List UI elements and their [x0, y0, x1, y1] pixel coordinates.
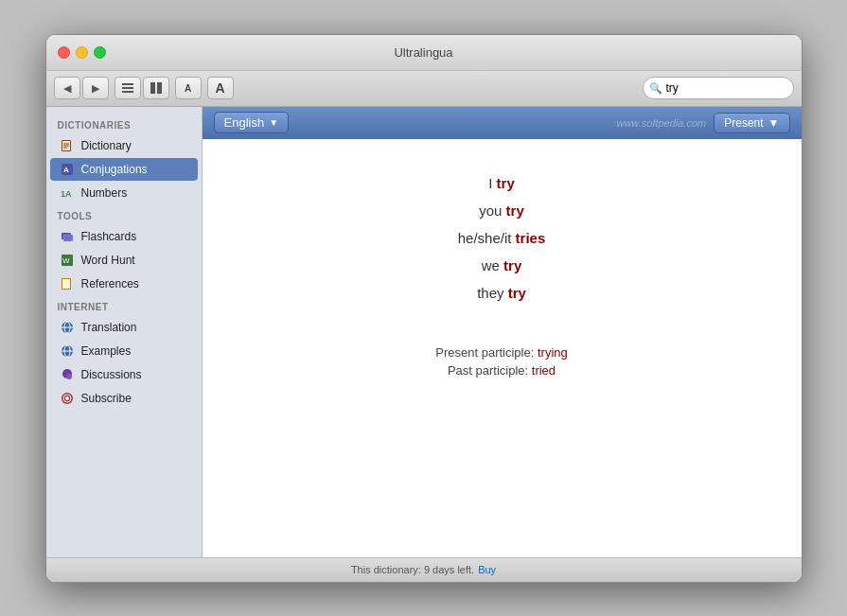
pronoun-hesheit: he/she/it — [458, 230, 516, 246]
verb-i: try — [497, 175, 515, 191]
verb-we: try — [503, 257, 521, 273]
sidebar-references-label: References — [81, 277, 139, 290]
present-participle-verb: trying — [538, 345, 568, 360]
language-chevron-icon: ▼ — [269, 117, 278, 128]
numbers-icon: 1A — [60, 185, 75, 201]
forward-button[interactable]: ▶ — [82, 77, 109, 99]
main-window: Ultralingua ◀ ▶ A A 🔍 ✕ DICTIONARIES — [45, 34, 803, 583]
sidebar-discussions-label: Discussions — [81, 368, 142, 381]
book-icon — [60, 138, 75, 153]
buy-link[interactable]: Buy — [478, 564, 496, 575]
svg-rect-4 — [157, 82, 162, 94]
conjugations-icon: A — [60, 162, 75, 177]
sidebar-item-conjugations[interactable]: A Conjugations — [50, 158, 198, 181]
sidebar-word-hunt-label: Word Hunt — [81, 254, 135, 267]
window-title: Ultralingua — [394, 45, 452, 60]
verb-hesheit: tries — [516, 230, 546, 246]
discussions-icon — [60, 367, 75, 382]
maximize-button[interactable] — [94, 46, 106, 59]
search-box: 🔍 ✕ — [643, 77, 794, 99]
tense-button[interactable]: Present ▼ — [714, 113, 789, 133]
sidebar-item-word-hunt[interactable]: W Word Hunt — [50, 249, 198, 272]
language-button[interactable]: English ▼ — [214, 112, 290, 133]
back-button[interactable]: ◀ — [54, 77, 80, 99]
watermark: www.softpedia.com — [616, 117, 706, 129]
sidebar-item-references[interactable]: References — [50, 273, 198, 295]
conjugation-row-we: we try — [458, 255, 546, 277]
verb-they: try — [508, 285, 526, 301]
sidebar-subscribe-label: Subscribe — [81, 392, 132, 405]
main-area: DICTIONARIES Dictionary A Conjugations 1… — [46, 107, 802, 557]
references-icon — [60, 276, 75, 291]
text-larger-button[interactable]: A — [207, 77, 234, 99]
participles-section: Present participle: trying Past particip… — [435, 342, 567, 381]
svg-rect-2 — [122, 91, 133, 93]
sidebar-conjugations-label: Conjugations — [81, 163, 148, 176]
conjugation-row-hesheit: he/she/it tries — [458, 227, 546, 250]
view-buttons — [115, 77, 169, 99]
examples-icon — [60, 343, 75, 359]
svg-point-26 — [66, 374, 72, 379]
present-participle-line: Present participle: trying — [435, 345, 567, 360]
sidebar-dictionary-label: Dictionary — [81, 139, 132, 152]
search-input[interactable] — [666, 81, 803, 95]
search-icon: 🔍 — [649, 82, 662, 95]
tools-header: TOOLS — [46, 205, 202, 224]
conjugation-row-i: I try — [458, 172, 546, 195]
text-smaller-button[interactable]: A — [175, 77, 202, 99]
dictionaries-header: DICTIONARIES — [46, 114, 202, 133]
svg-rect-14 — [63, 235, 73, 241]
pronoun-you: you — [479, 202, 505, 219]
sidebar-item-numbers[interactable]: 1A Numbers — [50, 182, 198, 204]
svg-text:1A: 1A — [61, 189, 72, 199]
verb-you: try — [506, 202, 524, 219]
conjugation-table: I try you try he/she/it tries we try — [458, 167, 546, 309]
sidebar-item-translation[interactable]: Translation — [50, 316, 198, 339]
content-body: I try you try he/she/it tries we try — [203, 139, 802, 557]
toolbar: ◀ ▶ A A 🔍 ✕ — [46, 71, 802, 107]
sidebar: DICTIONARIES Dictionary A Conjugations 1… — [46, 107, 203, 557]
minimize-button[interactable] — [76, 46, 88, 59]
svg-rect-0 — [122, 83, 133, 85]
svg-rect-18 — [62, 279, 70, 289]
conjugation-row-you: you try — [458, 200, 546, 222]
status-text: This dictionary: 9 days left. — [351, 564, 474, 575]
subscribe-icon — [60, 391, 75, 406]
title-bar: Ultralingua — [46, 35, 802, 71]
svg-point-29 — [65, 396, 69, 400]
past-participle-label: Past participle: — [448, 363, 532, 378]
internet-header: INTERNET — [46, 296, 202, 315]
sidebar-item-dictionary[interactable]: Dictionary — [50, 134, 198, 157]
sidebar-translation-label: Translation — [81, 321, 137, 334]
flashcards-icon — [60, 229, 75, 244]
svg-rect-3 — [150, 82, 155, 94]
sidebar-examples-label: Examples — [81, 344, 132, 358]
svg-text:W: W — [62, 256, 70, 265]
sidebar-item-subscribe[interactable]: Subscribe — [50, 387, 198, 410]
present-participle-label: Present participle: — [435, 345, 538, 360]
svg-text:A: A — [63, 166, 69, 174]
sidebar-item-discussions[interactable]: Discussions — [50, 363, 198, 386]
tense-label: Present — [724, 116, 763, 130]
past-participle-line: Past participle: tried — [435, 363, 567, 378]
pronoun-we: we — [482, 257, 503, 273]
view-list-button[interactable] — [115, 77, 141, 99]
sidebar-item-flashcards[interactable]: Flashcards — [50, 225, 198, 248]
status-bar: This dictionary: 9 days left. Buy — [46, 557, 802, 582]
view-columns-button[interactable] — [143, 77, 169, 99]
sidebar-item-examples[interactable]: Examples — [50, 340, 198, 362]
word-hunt-icon: W — [60, 253, 75, 268]
pronoun-i: I — [488, 175, 496, 191]
conjugation-row-they: they try — [458, 282, 546, 305]
translation-icon — [60, 320, 75, 335]
pronoun-they: they — [477, 285, 508, 301]
content-header: English ▼ www.softpedia.com Present ▼ — [203, 107, 802, 139]
content-panel: English ▼ www.softpedia.com Present ▼ I … — [203, 107, 802, 557]
language-label: English — [224, 115, 265, 130]
sidebar-flashcards-label: Flashcards — [81, 230, 137, 243]
traffic-lights — [58, 46, 106, 59]
close-button[interactable] — [58, 46, 70, 59]
tense-chevron-icon: ▼ — [768, 116, 780, 130]
sidebar-numbers-label: Numbers — [81, 186, 128, 200]
svg-rect-1 — [122, 87, 133, 89]
